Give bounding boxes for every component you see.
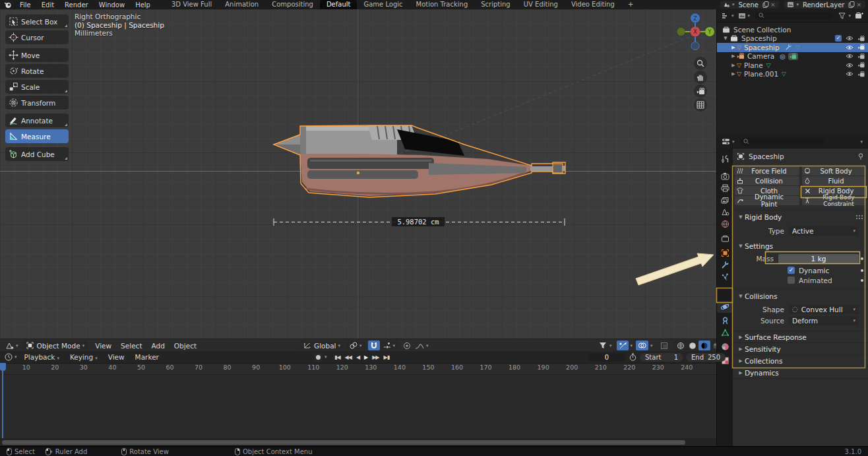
play-reverse-button[interactable]: ◀ <box>354 354 361 360</box>
mesh-data-icon[interactable]: ▽ <box>795 44 800 51</box>
tool-annotate[interactable]: Annotate <box>5 114 69 127</box>
disable-render-camera-icon[interactable] <box>857 53 865 59</box>
viewport-menu-add[interactable]: Add <box>147 342 170 350</box>
timeline-menu-view[interactable]: View <box>103 353 130 361</box>
properties-options-chevron[interactable]: ▾ <box>860 139 863 145</box>
menu-file[interactable]: File <box>15 1 36 9</box>
proportional-editing-toggle[interactable] <box>401 341 413 350</box>
auto-keying-options-chevron[interactable]: ▾ <box>325 354 327 360</box>
xray-toggle[interactable] <box>658 341 670 350</box>
tab-modifiers[interactable] <box>717 259 733 271</box>
viewport-menu-object[interactable]: Object <box>170 342 201 350</box>
transform-orientation-selector[interactable]: Global▾ <box>300 341 344 350</box>
mesh-data-icon[interactable]: ▽ <box>766 62 771 69</box>
hide-eye-icon[interactable] <box>846 63 853 68</box>
workspace-tab-animation[interactable]: Animation <box>218 0 265 9</box>
scene-icon[interactable] <box>723 1 730 8</box>
viewport-3d[interactable]: 5.98702 cm Right Orthographic (0) Spaces… <box>0 9 717 351</box>
outliner-row-plane[interactable]: ▶ ▽ Plane ▽ <box>717 61 868 70</box>
tool-cursor[interactable]: Cursor <box>5 30 69 44</box>
animate-property-dot[interactable] <box>861 279 863 282</box>
drag-handle-dots[interactable] <box>856 215 864 219</box>
navigation-gizmo[interactable]: Z Y X <box>674 13 716 55</box>
viewport-menu-select[interactable]: Select <box>116 342 146 350</box>
new-scene-icon[interactable] <box>762 1 769 8</box>
breadcrumb-object-name[interactable]: Spaceship <box>749 152 784 160</box>
workspace-tab-compositing[interactable]: Compositing <box>265 0 320 9</box>
collections-panel-header[interactable]: ▶Collections <box>733 355 868 366</box>
sensitivity-panel-header[interactable]: ▶Sensitivity <box>733 343 868 354</box>
hide-eye-icon[interactable] <box>846 53 853 59</box>
disable-render-camera-icon[interactable] <box>857 36 865 42</box>
disclosure-triangle-icon[interactable]: ▶ <box>730 45 737 50</box>
play-button[interactable]: ▶ <box>362 354 370 360</box>
disable-render-camera-icon[interactable] <box>857 44 865 50</box>
tool-select-box[interactable]: Select Box <box>5 15 69 28</box>
dynamic-checkbox[interactable]: ✓ <box>788 267 795 274</box>
timeline-editor-type-button[interactable]: ▾ <box>3 352 19 362</box>
outliner-display-mode-button[interactable]: ▾ <box>720 11 736 20</box>
snap-target-selector[interactable]: ▾ <box>380 341 399 350</box>
menu-edit[interactable]: Edit <box>36 1 59 9</box>
new-layer-icon[interactable] <box>848 1 855 8</box>
animate-property-dot[interactable] <box>861 257 863 260</box>
hide-eye-icon[interactable] <box>846 45 853 50</box>
render-layer-icon[interactable] <box>787 1 794 8</box>
tab-particles[interactable] <box>717 271 733 282</box>
proportional-falloff-selector[interactable]: ▾ <box>413 341 431 350</box>
active-camera-data-icon[interactable] <box>788 53 798 60</box>
surface-response-panel-header[interactable]: ▶Surface Response <box>733 331 868 342</box>
tab-tool[interactable] <box>717 153 733 165</box>
timeline-menu-marker[interactable]: Marker <box>130 353 164 361</box>
toggle-ortho-grid-button[interactable] <box>694 98 707 112</box>
tool-transform[interactable]: Transform <box>5 96 69 110</box>
show-overlays-toggle[interactable] <box>636 341 648 350</box>
current-frame-field[interactable]: 0 <box>588 353 626 362</box>
force-field-button[interactable]: Force Field <box>735 166 799 176</box>
disclosure-triangle-icon[interactable]: ▶ <box>730 63 737 68</box>
jump-to-end-button[interactable]: ▶▮ <box>381 354 392 360</box>
new-collection-button[interactable] <box>853 11 865 20</box>
blender-logo-icon[interactable] <box>0 1 15 9</box>
dynamics-panel-header[interactable]: ▶Dynamics <box>733 367 868 378</box>
outliner-row-plane-001[interactable]: ▶ ▽ Plane.001 ▽ <box>717 70 868 79</box>
timeline-scrollbar[interactable] <box>0 438 716 446</box>
workspace-tab-motion-tracking[interactable]: Motion Tracking <box>410 0 475 9</box>
disable-render-camera-icon[interactable] <box>857 71 865 77</box>
workspace-tab-video-editing[interactable]: Video Editing <box>565 0 621 9</box>
timeline-menu-keying[interactable]: Keying▾ <box>65 353 103 361</box>
collision-shape-dropdown[interactable]: ◌Convex Hull▾ <box>789 305 859 314</box>
dynamic-paint-button[interactable]: Dynamic Paint <box>735 196 799 205</box>
outliner-row-spaceship-collection[interactable]: ▼ Spaceship ✓ <box>717 34 868 44</box>
tab-scene[interactable] <box>717 206 733 218</box>
tab-view-layer[interactable] <box>717 194 733 206</box>
unlink-scene-icon[interactable]: × <box>769 1 777 8</box>
constraint-icon[interactable]: ◎ <box>780 53 786 60</box>
outliner-row-scene-collection[interactable]: Scene Collection <box>717 25 868 34</box>
properties-editor-type-button[interactable]: ▾ <box>720 137 737 147</box>
snap-toggle[interactable] <box>368 341 380 350</box>
rigid-body-type-dropdown[interactable]: Active▾ <box>789 226 859 236</box>
hide-eye-icon[interactable] <box>846 36 853 41</box>
workspace-tab-3d-view-full[interactable]: 3D View Full <box>165 0 218 9</box>
render-layer-name[interactable]: RenderLayer <box>799 1 848 9</box>
animate-property-dot[interactable] <box>861 269 863 272</box>
menu-window[interactable]: Window <box>94 1 130 9</box>
modifier-wrench-icon[interactable] <box>785 44 792 51</box>
tab-material[interactable] <box>717 341 733 352</box>
playhead[interactable] <box>0 363 6 371</box>
tool-move[interactable]: Move <box>5 48 69 62</box>
timeline-ruler[interactable]: 1020304050607080901001101201301401501601… <box>0 364 716 375</box>
hide-eye-icon[interactable] <box>846 71 853 77</box>
shading-solid-button[interactable] <box>687 341 698 350</box>
workspace-tab-default[interactable]: Default <box>320 0 357 9</box>
pin-icon[interactable] <box>857 153 864 160</box>
menu-help[interactable]: Help <box>130 1 156 9</box>
show-gizmo-toggle[interactable] <box>617 341 629 350</box>
pan-hand-button[interactable] <box>694 71 707 84</box>
tab-constraints[interactable] <box>717 315 733 327</box>
properties-search-input[interactable] <box>740 138 824 146</box>
object-visibility-filter[interactable]: ▾ <box>597 341 614 350</box>
end-frame-field[interactable]: End250 <box>686 353 726 362</box>
tool-measure[interactable]: Measure <box>5 129 69 143</box>
